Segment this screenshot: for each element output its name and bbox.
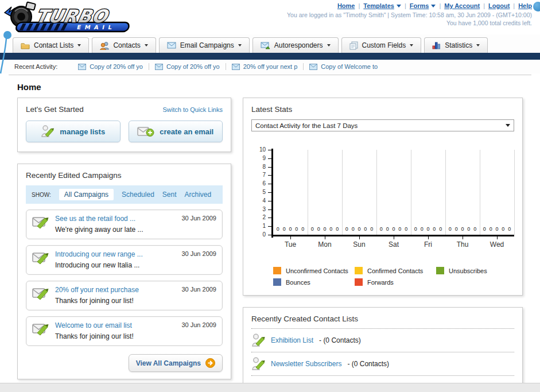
tab-label: Statistics (445, 41, 472, 49)
recent-activity-item[interactable]: Copy of Welcome to (304, 63, 383, 70)
gridline (480, 150, 480, 235)
campaign-subtitle: We're giving away our late ... (55, 226, 143, 234)
legend-item: Unsubscribes (436, 267, 514, 274)
people-icon (100, 41, 109, 50)
envelope-pencil-icon (32, 250, 49, 265)
filter-archived[interactable]: Archived (185, 191, 212, 199)
legend-swatch (273, 278, 281, 286)
tab-contact-lists[interactable]: Contact Lists (13, 37, 89, 53)
legend-item: Confirmed Contacts (355, 267, 433, 274)
page-title: Home (17, 82, 523, 92)
data-label-row: 00000 (445, 226, 480, 232)
campaign-date: 30 Jun 2009 (181, 286, 216, 293)
chevron-down-icon (145, 44, 148, 46)
tab-label: Email Campaigns (180, 41, 234, 49)
gridline (411, 150, 411, 235)
y-tick-label: 9 (251, 155, 266, 161)
top-nav: Home| Templates| Forms| My Account| Logo… (287, 2, 532, 9)
campaign-title-link[interactable]: See us at the retail food ... (55, 215, 176, 223)
chart-legend: Unconfirmed Contacts Confirmed Contacts … (273, 267, 514, 286)
filter-scheduled[interactable]: Scheduled (122, 191, 154, 199)
x-tick-label: Fri (411, 240, 445, 249)
data-label-row: 00000 (480, 226, 514, 232)
data-label: 0 (345, 226, 348, 232)
contact-list-item[interactable]: Newsletter Subscribers - (0 Contacts) (251, 352, 514, 376)
recent-activity-item[interactable]: Copy of 20% off yo (72, 63, 149, 70)
y-tick-label: 4 (251, 197, 266, 204)
legend-label: Unconfirmed Contacts (286, 267, 348, 274)
swoosh-decoration (0, 30, 17, 75)
nav-logout-link[interactable]: Logout (488, 2, 510, 9)
nav-forms-link[interactable]: Forms (410, 2, 436, 9)
x-tick-mark (394, 236, 394, 239)
envelope-icon (309, 64, 317, 70)
stats-period-value: Contact Activity for the Last 7 Days (255, 122, 358, 129)
envelope-icon (167, 42, 176, 49)
contact-list-link[interactable]: Exhibition List (271, 336, 313, 344)
envelope-icon (155, 64, 163, 70)
manage-lists-button[interactable]: manage lists (26, 121, 121, 142)
tab-contacts[interactable]: Contacts (92, 37, 156, 53)
chevron-down-icon (327, 44, 331, 46)
legend-swatch (355, 278, 363, 286)
create-email-button[interactable]: create an email (129, 121, 223, 142)
tab-email-campaigns[interactable]: Email Campaigns (159, 37, 250, 53)
recent-activity-item[interactable]: 20% off your next p (226, 63, 304, 70)
x-axis-line (271, 235, 514, 236)
nav-my-account-link[interactable]: My Account (444, 2, 480, 9)
folder-icon (21, 41, 30, 49)
nav-help-link[interactable]: Help (518, 2, 532, 9)
y-tick-mark (268, 226, 271, 227)
get-started-panel: Let's Get Started Switch to Quick Links … (17, 98, 231, 152)
campaign-title-link[interactable]: Introducing our new range ... (55, 250, 176, 258)
y-tick-label: 0 (251, 231, 266, 238)
show-label: SHOW: (32, 192, 51, 198)
gridline (308, 150, 308, 235)
campaign-row[interactable]: See us at the retail food ...We're givin… (26, 209, 223, 239)
data-label: 0 (495, 226, 498, 232)
y-tick-mark (268, 235, 271, 235)
tab-label: Autoresponders (274, 41, 323, 49)
tab-label: Contacts (113, 41, 140, 49)
chevron-down-icon (431, 5, 436, 7)
recent-activity-text: Copy of 20% off yo (166, 63, 220, 70)
campaign-row[interactable]: Welcome to our email listThanks for join… (26, 316, 223, 346)
chevron-down-icon (77, 44, 81, 46)
data-label-row: 00000 (308, 226, 342, 232)
campaign-title-link[interactable]: 20% off your next purchase (55, 286, 176, 294)
tab-autoresponders[interactable]: Autoresponders (252, 37, 339, 53)
campaign-date: 30 Jun 2009 (181, 215, 216, 222)
data-label: 0 (277, 226, 279, 232)
data-label: 0 (467, 226, 470, 232)
data-label: 0 (483, 226, 486, 232)
x-tick-mark (428, 236, 429, 239)
contact-list-item[interactable]: Exhibition List - (0 Contacts) (251, 329, 514, 352)
nav-templates-link[interactable]: Templates (363, 2, 401, 9)
campaign-title-link[interactable]: Welcome to our email list (55, 321, 176, 329)
filter-sent[interactable]: Sent (162, 191, 177, 199)
gridline (342, 150, 343, 235)
view-all-campaigns-button[interactable]: View All Campaigns (129, 354, 223, 372)
contact-list-link[interactable]: Newsletter Subscribers (271, 360, 341, 368)
filter-all-campaigns[interactable]: All Campaigns (59, 189, 114, 200)
campaign-date: 30 Jun 2009 (181, 250, 216, 257)
y-tick-label: 1 (251, 223, 266, 229)
campaign-row[interactable]: Introducing our new range ...Introducing… (26, 245, 223, 275)
stats-period-select[interactable]: Contact Activity for the Last 7 Days (251, 119, 514, 131)
switch-quick-links-link[interactable]: Switch to Quick Links (162, 106, 223, 113)
main-nav-tabs: Contact Lists Contacts Email Campaigns A… (0, 34, 540, 53)
campaign-row[interactable]: 20% off your next purchaseThanks for joi… (26, 281, 223, 311)
gridline (376, 150, 377, 235)
tab-statistics[interactable]: Statistics (424, 37, 488, 53)
nav-home-link[interactable]: Home (337, 2, 355, 9)
main-content: Home Let's Get Started Switch to Quick L… (0, 75, 540, 392)
tab-custom-fields[interactable]: Custom Fields (341, 37, 422, 53)
person-pencil-icon (41, 125, 55, 138)
recent-activity-item[interactable]: Copy of 20% off yo (149, 63, 226, 70)
latest-stats-title: Latest Stats (251, 105, 514, 114)
data-label: 0 (352, 226, 355, 232)
data-label: 0 (392, 226, 395, 232)
data-label: 0 (433, 226, 436, 232)
chevron-down-icon (397, 5, 401, 7)
y-tick-label: 10 (251, 146, 266, 153)
